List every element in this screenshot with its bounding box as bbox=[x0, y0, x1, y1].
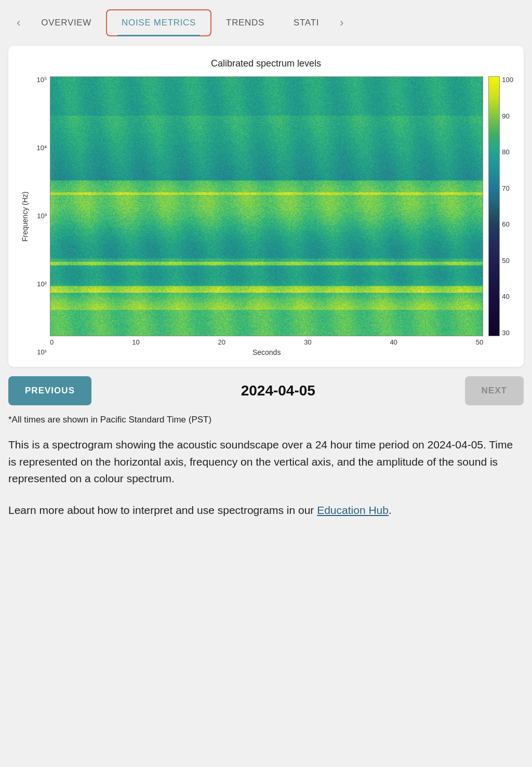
colorbar-wrap: 100 90 80 70 60 50 40 30 bbox=[483, 76, 513, 356]
nav-next-arrow[interactable]: › bbox=[334, 16, 350, 30]
timezone-note: *All times are shown in Pacific Standard… bbox=[8, 415, 524, 425]
spectrogram-canvas bbox=[50, 76, 483, 336]
x-tick-20: 20 bbox=[218, 338, 225, 346]
education-hub-link[interactable]: Education Hub bbox=[317, 504, 389, 516]
tab-trends[interactable]: TRENDS bbox=[211, 10, 279, 35]
colorbar-label-50: 50 bbox=[502, 257, 513, 264]
x-tick-10: 10 bbox=[132, 338, 139, 346]
tab-overview[interactable]: OVERVIEW bbox=[26, 10, 106, 35]
colorbar-label-100: 100 bbox=[502, 76, 513, 83]
x-ticks: 0 10 20 30 40 50 bbox=[50, 336, 483, 346]
colorbar-label-70: 70 bbox=[502, 185, 513, 192]
x-tick-0: 0 bbox=[50, 338, 54, 346]
colorbar-label-90: 90 bbox=[502, 113, 513, 120]
x-tick-40: 40 bbox=[390, 338, 397, 346]
education-text-before: Learn more about how to interpret and us… bbox=[8, 504, 317, 516]
next-button[interactable]: NEXT bbox=[465, 376, 524, 405]
tab-noise-metrics[interactable]: NOISE METRICS bbox=[106, 9, 211, 36]
education-info: Learn more about how to interpret and us… bbox=[8, 502, 524, 519]
spectrogram-image bbox=[50, 77, 483, 336]
current-date: 2024-04-05 bbox=[241, 382, 315, 399]
spectrogram-description: This is a spectrogram showing the acoust… bbox=[8, 437, 524, 487]
tab-stati[interactable]: STATI bbox=[279, 10, 334, 35]
y-ticks: 10⁵ 10⁴ 10³ 10² 10¹ bbox=[30, 76, 50, 356]
colorbar-labels: 100 90 80 70 60 50 40 30 bbox=[500, 76, 513, 336]
previous-button[interactable]: PREVIOUS bbox=[8, 376, 91, 405]
y-tick-2: 10² bbox=[37, 281, 47, 287]
chart-card: Calibrated spectrum levels Frequency (Hz… bbox=[8, 46, 524, 367]
y-tick-3: 10³ bbox=[37, 213, 47, 219]
y-tick-4: 10⁴ bbox=[37, 144, 47, 151]
y-axis-label: Frequency (Hz) bbox=[19, 76, 30, 356]
chart-title: Calibrated spectrum levels bbox=[19, 58, 513, 69]
nav-bar: ‹ OVERVIEW NOISE METRICS TRENDS STATI › bbox=[0, 0, 532, 36]
x-tick-50: 50 bbox=[476, 338, 483, 346]
colorbar-label-40: 40 bbox=[502, 293, 513, 300]
y-tick-5: 10⁵ bbox=[37, 76, 47, 83]
colorbar-bar bbox=[488, 76, 500, 336]
x-axis-label: Seconds bbox=[50, 346, 483, 356]
spectrogram-wrap: 0 10 20 30 40 50 Seconds bbox=[50, 76, 483, 356]
x-tick-30: 30 bbox=[304, 338, 311, 346]
education-text-after: . bbox=[389, 504, 392, 516]
colorbar-label-80: 80 bbox=[502, 149, 513, 155]
y-tick-1: 10¹ bbox=[37, 349, 47, 355]
chart-area: Frequency (Hz) 10⁵ 10⁴ 10³ 10² 10¹ 0 10 … bbox=[19, 76, 513, 356]
colorbar-label-60: 60 bbox=[502, 221, 513, 228]
nav-prev-arrow[interactable]: ‹ bbox=[10, 16, 26, 30]
colorbar-label-30: 30 bbox=[502, 329, 513, 336]
info-section: *All times are shown in Pacific Standard… bbox=[8, 415, 524, 539]
date-navigation: PREVIOUS 2024-04-05 NEXT bbox=[8, 376, 524, 405]
